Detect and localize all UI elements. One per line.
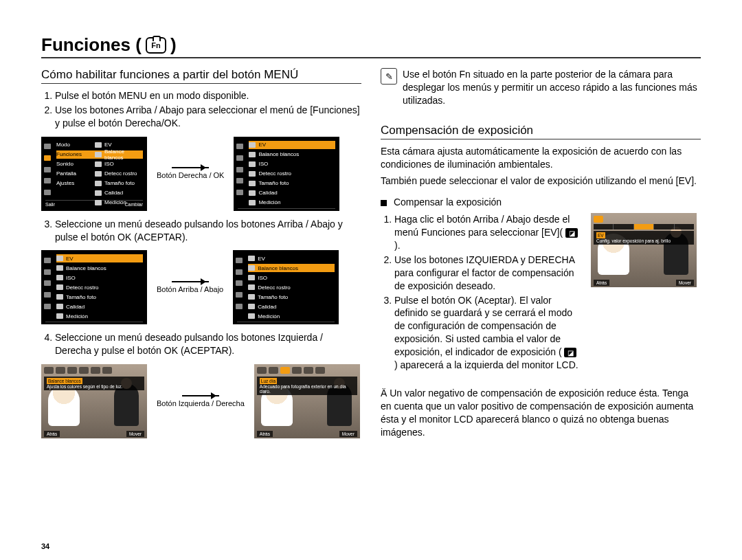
bullet-heading: Compensar la exposición bbox=[381, 196, 701, 209]
camera-screen-wb-photo: Balance blancos Ajusta los colores según… bbox=[41, 364, 147, 438]
camera-fn-icon: Fn bbox=[146, 37, 166, 54]
camera-screen-categories: Modo Funciones Sonido Pantalla Ajustes E… bbox=[41, 137, 147, 211]
page-title: Funciones ( Fn ) bbox=[41, 34, 701, 58]
arrow-right-icon bbox=[182, 395, 219, 396]
arrow-label-derecha: Botón Derecha / OK bbox=[157, 167, 224, 180]
title-close: ) bbox=[170, 34, 177, 56]
right-step1: Haga clic el botón Arriba / Abajo desde … bbox=[394, 213, 583, 252]
right-step2: Use los botones IZQUIERDA y DERECHA para… bbox=[394, 254, 583, 293]
camera-screen-ev-photo: EV Config. valor exposición para aj. bri… bbox=[591, 213, 697, 287]
left-step4: Seleccione un menú deseado pulsando los … bbox=[55, 331, 361, 357]
title-text: Funciones ( bbox=[41, 34, 142, 56]
arrow-right-icon bbox=[172, 281, 209, 282]
right-p2: También puede seleccionar el valor de ex… bbox=[381, 175, 701, 188]
arrow-right-icon bbox=[172, 167, 209, 168]
arrow-label-arriba: Botón Arriba / Abajo bbox=[157, 281, 223, 294]
right-note: Ä Un valor negativo de compensación de e… bbox=[381, 387, 701, 439]
ev-icon: ◪ bbox=[564, 348, 576, 357]
left-step1: Pulse el botón MENU en un modo disponibl… bbox=[55, 89, 361, 102]
ev-icon: ◪ bbox=[565, 228, 578, 238]
camera-screen-funciones-wb: EV Balance blancos ISO Detecc rostro Tam… bbox=[233, 250, 339, 324]
left-step2: Use los botones Arriba / Abajo para sele… bbox=[55, 104, 361, 130]
right-p1: Esta cámara ajusta automáticamente la ex… bbox=[381, 145, 701, 171]
note-icon: ✎ bbox=[381, 68, 397, 85]
camera-screen-luzdia-photo: Luz día Adecuado para fotografía exterio… bbox=[254, 364, 360, 438]
camera-screen-funciones-ev: EV Balance blancos ISO Detecc rostro Tam… bbox=[234, 137, 339, 211]
tip-text: Use el botón Fn situado en la parte post… bbox=[403, 68, 701, 107]
right-step3: Pulse el botón OK (Aceptar). El valor de… bbox=[394, 294, 583, 372]
left-step3: Seleccione un menú deseado pulsando los … bbox=[55, 218, 361, 244]
left-heading: Cómo habilitar funciones a partir del bo… bbox=[41, 68, 361, 84]
page-number: 34 bbox=[41, 542, 49, 550]
right-heading: Compensación de exposición bbox=[381, 124, 701, 139]
camera-screen-funciones-ev2: EV Balance blancos ISO Detecc rostro Tam… bbox=[41, 250, 147, 324]
square-bullet-icon bbox=[381, 200, 387, 206]
arrow-label-izq: Botón Izquierda / Derecha bbox=[157, 395, 245, 408]
